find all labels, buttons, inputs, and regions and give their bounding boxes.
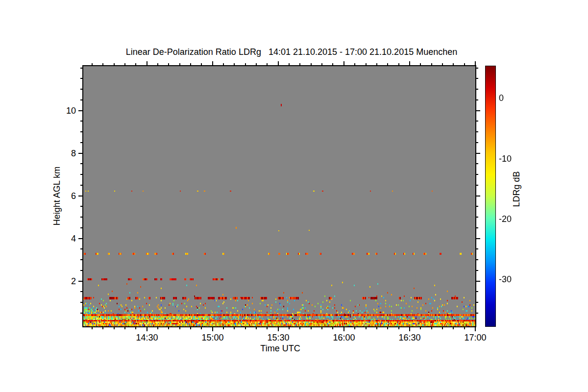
x-minor-tick [332, 63, 333, 65]
y-tick-label: 6 [49, 191, 76, 201]
y-minor-tick [80, 174, 82, 175]
x-minor-tick [168, 63, 169, 65]
x-minor-tick [114, 63, 115, 65]
colorbar-label: LDRg dB [512, 171, 522, 207]
x-minor-tick [201, 63, 202, 65]
x-minor-tick [354, 63, 355, 65]
plot-title: Linear De-Polarization Ratio LDRg 14:01 … [83, 47, 500, 57]
y-minor-tick [476, 68, 478, 69]
x-minor-tick [354, 327, 355, 329]
colorbar-tick-label: -10 [499, 154, 512, 164]
x-minor-tick [398, 63, 399, 65]
x-major-tick [147, 61, 147, 65]
x-minor-tick [366, 63, 367, 65]
x-minor-tick [102, 63, 103, 65]
x-minor-tick [157, 63, 158, 65]
x-minor-tick [311, 63, 312, 65]
x-minor-tick [234, 63, 235, 65]
y-tick-label: 10 [49, 106, 76, 116]
y-major-tick [78, 281, 82, 282]
y-minor-tick [476, 270, 478, 271]
y-major-tick [476, 238, 480, 239]
x-minor-tick [201, 327, 202, 329]
x-minor-tick [256, 327, 257, 329]
x-minor-tick [453, 63, 454, 65]
y-minor-tick [476, 131, 478, 132]
y-minor-tick [80, 248, 82, 249]
y-minor-tick [476, 206, 478, 207]
y-minor-tick [476, 142, 478, 143]
y-minor-tick [80, 99, 82, 100]
x-minor-tick [321, 327, 322, 329]
x-major-tick [147, 327, 147, 331]
y-minor-tick [476, 121, 478, 122]
y-minor-tick [80, 270, 82, 271]
x-minor-tick [267, 327, 268, 329]
x-minor-tick [431, 327, 432, 329]
y-minor-tick [476, 302, 478, 303]
y-minor-tick [80, 227, 82, 228]
y-major-tick [78, 196, 82, 196]
y-minor-tick [80, 259, 82, 260]
x-minor-tick [311, 327, 312, 329]
y-minor-tick [476, 291, 478, 292]
y-major-tick [476, 196, 480, 196]
y-minor-tick [476, 174, 478, 175]
x-tick-label: 14:30 [130, 333, 164, 343]
x-minor-tick [190, 63, 191, 65]
x-minor-tick [135, 327, 136, 329]
x-minor-tick [299, 327, 300, 329]
x-minor-tick [234, 327, 235, 329]
x-minor-tick [124, 63, 125, 65]
y-major-tick [78, 238, 82, 239]
x-major-tick [343, 327, 344, 331]
x-minor-tick [256, 63, 257, 65]
y-major-tick [476, 110, 480, 111]
x-major-tick [475, 61, 476, 65]
y-tick-label: 8 [49, 148, 76, 159]
x-major-tick [409, 327, 410, 331]
x-minor-tick [179, 63, 180, 65]
y-minor-tick [80, 206, 82, 207]
ldr-time-height-figure: Linear De-Polarization Ratio LDRg 14:01 … [0, 0, 588, 392]
x-minor-tick [398, 327, 399, 329]
x-minor-tick [366, 327, 367, 329]
x-tick-label: 15:00 [196, 333, 230, 343]
x-minor-tick [190, 327, 191, 329]
x-minor-tick [92, 63, 93, 65]
x-major-tick [475, 327, 476, 331]
y-major-tick [78, 110, 82, 111]
x-minor-tick [442, 63, 443, 65]
x-minor-tick [376, 327, 377, 329]
x-minor-tick [464, 327, 465, 329]
x-tick-label: 16:00 [327, 333, 361, 343]
y-minor-tick [80, 163, 82, 164]
y-minor-tick [80, 185, 82, 186]
x-minor-tick [442, 327, 443, 329]
y-minor-tick [80, 131, 82, 132]
x-minor-tick [92, 327, 93, 329]
y-minor-tick [80, 291, 82, 292]
y-minor-tick [80, 121, 82, 122]
y-minor-tick [476, 259, 478, 260]
x-axis-label: Time UTC [182, 343, 378, 354]
y-minor-tick [476, 78, 478, 79]
x-major-tick [409, 61, 410, 65]
x-major-tick [343, 61, 344, 65]
y-minor-tick [80, 68, 82, 69]
x-minor-tick [376, 63, 377, 65]
colorbar-tick-label: 0 [499, 93, 504, 103]
x-major-tick [278, 327, 279, 331]
x-minor-tick [431, 63, 432, 65]
x-minor-tick [102, 327, 103, 329]
x-minor-tick [289, 63, 290, 65]
x-major-tick [212, 327, 213, 331]
y-major-tick [78, 153, 82, 154]
x-minor-tick [223, 327, 224, 329]
x-minor-tick [114, 327, 115, 329]
colorbar [485, 66, 496, 327]
x-minor-tick [245, 327, 246, 329]
heatmap-canvas [83, 66, 475, 326]
y-minor-tick [476, 185, 478, 186]
x-minor-tick [299, 63, 300, 65]
